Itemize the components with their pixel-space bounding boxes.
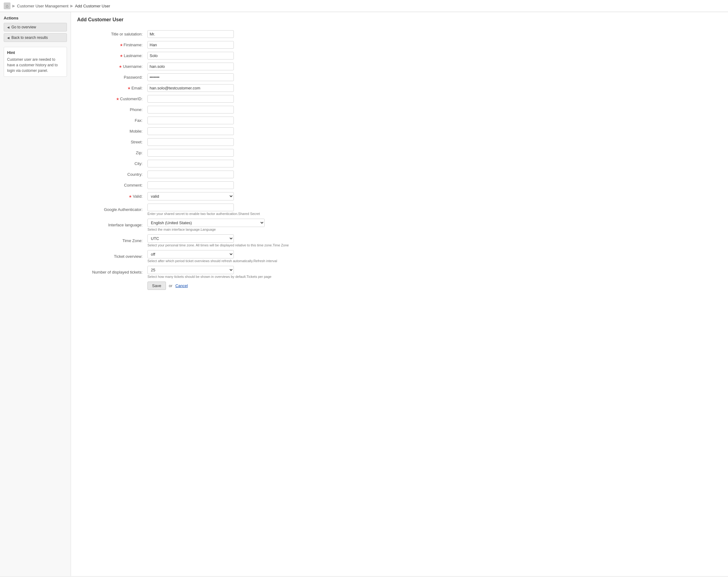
google-auth-label: Google Authenticator: [77, 202, 145, 217]
street-field [145, 137, 722, 148]
row-street: Street: [77, 137, 722, 148]
comment-input[interactable] [148, 181, 234, 189]
title-salutation-input[interactable] [148, 30, 234, 38]
go-to-overview-button[interactable]: ◀ Go to overview [4, 23, 67, 31]
customerid-label: ★CustomerID: [77, 94, 145, 104]
email-required: ★ [127, 86, 131, 90]
hint-box: Hint Customer user are needed to have a … [4, 47, 67, 77]
city-label: City: [77, 158, 145, 169]
lastname-field [145, 50, 722, 61]
num-tickets-label: Number of displayed tickets: [77, 264, 145, 280]
timezone-hint: Select your personal time zone. All time… [148, 243, 719, 247]
google-auth-input[interactable] [148, 204, 234, 211]
phone-input[interactable] [148, 106, 234, 113]
cancel-button[interactable]: Cancel [175, 283, 187, 288]
timezone-select[interactable]: UTC [148, 234, 234, 243]
row-country: Country: [77, 169, 722, 180]
fax-label: Fax: [77, 115, 145, 126]
sidebar: Actions ◀ Go to overview ◀ Back to searc… [0, 12, 71, 576]
row-phone: Phone: [77, 104, 722, 115]
home-icon[interactable]: ⌂ [4, 2, 10, 9]
email-label: ★Email: [77, 83, 145, 94]
street-label: Street: [77, 137, 145, 148]
breadcrumb-add-customer-user: Add Customer User [75, 4, 110, 8]
num-tickets-select[interactable]: 25 50 100 [148, 266, 234, 274]
row-google-auth: Google Authenticator: Enter your shared … [77, 202, 722, 217]
back-to-search-button[interactable]: ◀ Back to search results [4, 33, 67, 42]
city-field [145, 158, 722, 169]
row-ticket-overview: Ticket overview: off 1 minute 5 minutes … [77, 248, 722, 264]
actions-title: Actions [4, 16, 67, 20]
zip-label: Zip: [77, 148, 145, 158]
country-input[interactable] [148, 171, 234, 178]
valid-required: ★ [129, 194, 132, 199]
ticket-overview-field: off 1 minute 5 minutes Select after whic… [145, 248, 722, 264]
comment-field [145, 180, 722, 190]
mobile-input[interactable] [148, 127, 234, 135]
username-required: ★ [119, 64, 122, 69]
phone-label: Phone: [77, 104, 145, 115]
save-label-empty [77, 280, 145, 291]
valid-field: valid invalid [145, 190, 722, 202]
city-input[interactable] [148, 160, 234, 167]
google-auth-field: Enter your shared secret to enable two f… [145, 202, 722, 217]
row-valid: ★Valid: valid invalid [77, 190, 722, 202]
row-comment: Comment: [77, 180, 722, 190]
google-auth-hint: Enter your shared secret to enable two f… [148, 212, 719, 215]
row-timezone: Time Zone: UTC Select your personal time… [77, 233, 722, 248]
firstname-input[interactable] [148, 41, 234, 49]
breadcrumb-customer-user-management[interactable]: Customer User Management [17, 4, 69, 8]
password-field [145, 72, 722, 83]
username-label: ★Username: [77, 61, 145, 72]
breadcrumb: ⌂ ▶ Customer User Management ▶ Add Custo… [0, 0, 728, 12]
row-save: Save or Cancel [77, 280, 722, 291]
phone-field [145, 104, 722, 115]
username-input[interactable] [148, 62, 234, 70]
back-to-search-arrow-icon: ◀ [7, 36, 9, 40]
go-to-overview-arrow-icon: ◀ [7, 26, 9, 29]
email-field [145, 83, 722, 94]
row-username: ★Username: [77, 61, 722, 72]
firstname-field [145, 40, 722, 50]
interface-language-select[interactable]: English (United States) [148, 219, 265, 227]
zip-field [145, 148, 722, 158]
form-table: Title or salutation: ★Firstname: [77, 29, 722, 291]
lastname-input[interactable] [148, 52, 234, 59]
email-input[interactable] [148, 84, 234, 92]
back-to-search-label: Back to search results [11, 35, 48, 40]
go-to-overview-label: Go to overview [11, 25, 36, 29]
lastname-required: ★ [120, 54, 123, 58]
firstname-label: ★Firstname: [77, 40, 145, 50]
street-input[interactable] [148, 138, 234, 146]
page-title: Add Customer User [77, 17, 722, 23]
customerid-input[interactable] [148, 95, 234, 103]
password-input[interactable] [148, 73, 234, 81]
row-email: ★Email: [77, 83, 722, 94]
row-customerid: ★CustomerID: [77, 94, 722, 104]
zip-input[interactable] [148, 149, 234, 157]
breadcrumb-arrow-2: ▶ [70, 4, 73, 8]
row-fax: Fax: [77, 115, 722, 126]
timezone-label: Time Zone: [77, 233, 145, 248]
ticket-overview-select[interactable]: off 1 minute 5 minutes [148, 250, 234, 258]
title-salutation-label: Title or salutation: [77, 29, 145, 40]
username-field [145, 61, 722, 72]
save-button[interactable]: Save [148, 282, 166, 290]
save-field: Save or Cancel [145, 280, 722, 291]
customerid-field [145, 94, 722, 104]
num-tickets-hint: Select how many tickets should be shown … [148, 275, 719, 279]
row-title-salutation: Title or salutation: [77, 29, 722, 40]
ticket-overview-hint: Select after which period ticket overvie… [148, 259, 719, 263]
mobile-label: Mobile: [77, 126, 145, 137]
fax-input[interactable] [148, 116, 234, 124]
comment-label: Comment: [77, 180, 145, 190]
fax-field [145, 115, 722, 126]
row-num-tickets: Number of displayed tickets: 25 50 100 S… [77, 264, 722, 280]
row-firstname: ★Firstname: [77, 40, 722, 50]
valid-select[interactable]: valid invalid [148, 192, 234, 201]
country-label: Country: [77, 169, 145, 180]
lastname-label: ★Lastname: [77, 50, 145, 61]
breadcrumb-arrow-1: ▶ [12, 4, 15, 8]
row-zip: Zip: [77, 148, 722, 158]
row-mobile: Mobile: [77, 126, 722, 137]
